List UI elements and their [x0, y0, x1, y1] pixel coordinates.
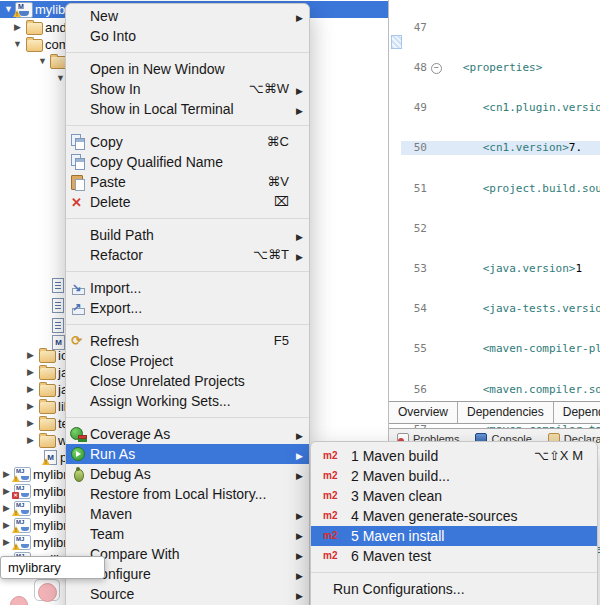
menu-separator — [66, 324, 309, 325]
coverage-as-icon — [70, 426, 87, 442]
paste-icon — [70, 174, 87, 190]
menu-item-new[interactable]: New — [66, 6, 309, 26]
expand-arrow-icon[interactable] — [3, 503, 10, 513]
error-badge-icon: ✕ — [12, 492, 19, 499]
menu-item-export[interactable]: Export... — [66, 298, 309, 318]
submenu-item-maven-generate-sources[interactable]: m24 Maven generate-sources — [311, 506, 597, 526]
submenu-item-maven-test[interactable]: m26 Maven test — [311, 546, 597, 566]
file-icon — [52, 318, 64, 333]
expand-arrow-icon[interactable] — [27, 401, 34, 411]
tooltip: mylibrary — [0, 556, 105, 579]
debug-as-icon — [70, 466, 87, 482]
expand-arrow-icon[interactable] — [13, 39, 22, 49]
expand-arrow-icon[interactable] — [27, 435, 34, 445]
menu-item-show-in-local-terminal[interactable]: Show in Local Terminal — [66, 99, 309, 119]
m2-maven-icon: m2 — [323, 526, 337, 546]
tab-overview[interactable]: Overview — [389, 402, 458, 423]
submenu-arrow-icon — [296, 99, 303, 121]
m2-maven-icon: m2 — [323, 506, 337, 526]
submenu-item-maven-clean[interactable]: m23 Maven clean — [311, 486, 597, 506]
folder-icon — [26, 22, 43, 35]
code-line: 53 <java.version>1 — [389, 262, 600, 275]
warning-badge-icon — [12, 543, 20, 550]
menu-item-coverage-as[interactable]: Coverage As — [66, 424, 309, 444]
delete-icon — [70, 194, 87, 210]
code-line: 49 <cn1.plugin.version> — [389, 101, 600, 114]
submenu-arrow-icon — [296, 79, 303, 101]
menu-item-copy-qualified-name[interactable]: Copy Qualified Name — [66, 152, 309, 172]
menu-item-run-as[interactable]: Run As — [66, 444, 309, 464]
code-line-highlighted: 50 <cn1.version>7. — [389, 141, 600, 154]
expand-arrow-icon[interactable] — [38, 56, 47, 66]
menu-item-show-in[interactable]: Show In⌥⌘W — [66, 79, 309, 99]
code-line: 52 — [389, 222, 600, 235]
expand-arrow-icon[interactable] — [27, 350, 34, 360]
submenu-arrow-icon — [296, 564, 303, 586]
menu-separator — [66, 125, 309, 126]
import-icon — [70, 280, 87, 296]
menu-item-delete[interactable]: Delete⌧ — [66, 192, 309, 212]
menu-item-close-unrelated-projects[interactable]: Close Unrelated Projects — [66, 371, 309, 391]
file-icon — [52, 298, 64, 313]
menu-item-paste[interactable]: Paste⌘V — [66, 172, 309, 192]
menu-separator — [66, 52, 309, 53]
menu-item-assign-working-sets[interactable]: Assign Working Sets... — [66, 391, 309, 411]
refresh-icon — [70, 333, 87, 349]
project-context-menu: New Go Into Open in New Window Show In⌥⌘… — [65, 3, 310, 605]
menu-item-copy[interactable]: Copy⌘C — [66, 132, 309, 152]
m2-maven-icon: m2 — [323, 546, 337, 566]
menu-item-refresh[interactable]: RefreshF5 — [66, 331, 309, 351]
run-as-submenu: m21 Maven build⌥⇧X M m22 Maven build... … — [310, 441, 598, 605]
submenu-item-maven-build[interactable]: m21 Maven build⌥⇧X M — [311, 446, 597, 466]
submenu-item-maven-install[interactable]: m25 Maven install — [311, 526, 597, 546]
submenu-arrow-icon — [296, 544, 303, 566]
menu-item-import[interactable]: Import... — [66, 278, 309, 298]
submenu-arrow-icon — [296, 444, 303, 466]
expand-arrow-icon[interactable] — [3, 469, 10, 479]
file-icon — [52, 278, 64, 293]
submenu-item-maven-build-dialog[interactable]: m22 Maven build... — [311, 466, 597, 486]
m2-maven-icon: m2 — [323, 446, 337, 466]
expand-arrow-icon[interactable] — [27, 418, 34, 428]
expand-arrow-icon[interactable] — [56, 73, 65, 83]
code-line: 54 <java-tests.version> — [389, 302, 600, 315]
expand-arrow-icon[interactable] — [4, 4, 13, 14]
menu-item-refactor[interactable]: Refactor⌥⌘T — [66, 245, 309, 265]
submenu-arrow-icon — [296, 524, 303, 546]
code-line: 47 — [389, 21, 600, 34]
run-as-icon — [70, 446, 87, 462]
menu-item-debug-as[interactable]: Debug As — [66, 464, 309, 484]
tab-dependency-hierarchy[interactable]: Dependency Hierarchy — [554, 402, 600, 423]
expand-arrow-icon[interactable] — [27, 367, 34, 377]
menu-item-close-project[interactable]: Close Project — [66, 351, 309, 371]
menu-item-open-in-new-window[interactable]: Open in New Window — [66, 59, 309, 79]
submenu-arrow-icon — [296, 6, 303, 28]
submenu-arrow-icon — [296, 584, 303, 605]
menu-item-go-into[interactable]: Go Into — [66, 26, 309, 46]
warning-badge-icon — [12, 509, 20, 516]
submenu-item-run-configurations[interactable]: Run Configurations... — [311, 579, 597, 599]
m2-maven-icon: m2 — [323, 486, 337, 506]
folder-icon — [26, 39, 43, 52]
menu-item-restore-from-local-history[interactable]: Restore from Local History... — [66, 484, 309, 504]
menu-item-source[interactable]: Source — [66, 584, 309, 604]
folder-icon — [39, 418, 56, 431]
tab-dependencies[interactable]: Dependencies — [458, 402, 554, 423]
expand-arrow-icon[interactable] — [27, 384, 34, 394]
expand-arrow-icon[interactable] — [3, 537, 10, 547]
expand-arrow-icon[interactable] — [14, 22, 21, 32]
warning-badge-icon — [42, 458, 50, 465]
submenu-arrow-icon — [296, 424, 303, 446]
folder-icon — [39, 367, 56, 380]
menu-separator — [66, 271, 309, 272]
expand-arrow-icon[interactable] — [3, 520, 10, 530]
expand-arrow-icon[interactable] — [3, 486, 10, 496]
export-icon — [70, 300, 87, 316]
warning-badge-icon — [12, 475, 20, 482]
folder-icon — [39, 350, 56, 363]
fold-minus-icon[interactable] — [429, 61, 443, 74]
menu-item-build-path[interactable]: Build Path — [66, 225, 309, 245]
folder-icon — [39, 435, 56, 448]
menu-item-team[interactable]: Team — [66, 524, 309, 544]
menu-item-maven[interactable]: Maven — [66, 504, 309, 524]
